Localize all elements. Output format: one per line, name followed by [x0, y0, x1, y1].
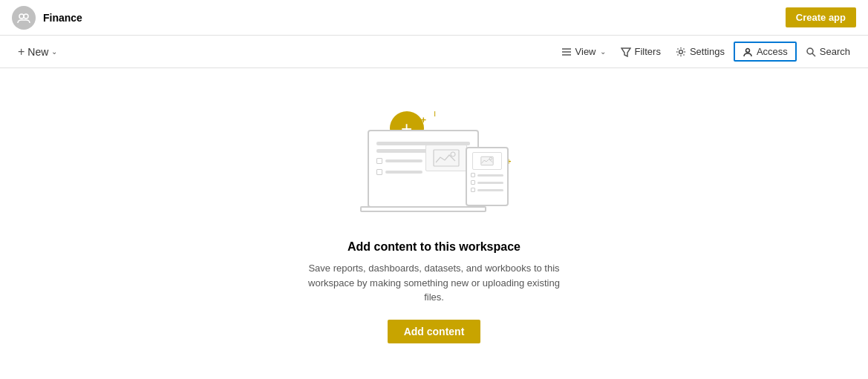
svg-point-1: [24, 14, 28, 19]
laptop-checkbox-2: [376, 169, 382, 175]
svg-point-0: [19, 14, 24, 19]
view-icon: [561, 47, 572, 57]
laptop-checkbox-1: [376, 158, 382, 164]
laptop-cb-line-2: [385, 171, 422, 174]
filter-icon: [621, 47, 631, 57]
toolbar-left: + New ⌄: [12, 42, 555, 62]
header: Finance Create app: [0, 0, 868, 36]
laptop-base: [360, 206, 486, 212]
tablet-line-1: [477, 174, 503, 177]
workspace-avatar: [12, 6, 36, 30]
view-label: View: [575, 46, 596, 57]
content-description: Save reports, dashboards, datasets, and …: [308, 261, 561, 305]
settings-label: Settings: [690, 46, 725, 57]
laptop-line-2: [376, 149, 433, 153]
tablet-line-3: [477, 189, 503, 191]
view-chevron-icon: ⌄: [600, 47, 606, 56]
svg-marker-5: [621, 48, 630, 56]
tablet-checkbox-3: [471, 188, 475, 192]
tablet-checkbox-1: [471, 173, 475, 177]
tablet-cb-row-2: [471, 180, 503, 185]
tablet-img-box: [472, 152, 502, 170]
new-button[interactable]: + New ⌄: [12, 42, 63, 62]
new-label: New: [27, 46, 48, 58]
svg-line-9: [812, 53, 815, 56]
tablet-cb-row-3: [471, 188, 503, 192]
chevron-down-icon: ⌄: [51, 47, 57, 56]
search-icon: [806, 47, 816, 57]
laptop-body: [368, 130, 479, 208]
tablet-lines: [467, 173, 507, 192]
content-title: Add content to this workspace: [347, 240, 521, 254]
tablet-cb-row-1: [471, 173, 503, 177]
add-content-button[interactable]: Add content: [388, 320, 481, 343]
main-content: + | + +: [0, 68, 868, 379]
laptop-img-area: [425, 145, 467, 171]
illustration: + | + +: [353, 104, 516, 223]
svg-point-7: [745, 48, 749, 52]
toolbar: + New ⌄ View ⌄ Filters Settings: [0, 36, 868, 68]
tablet-line-2: [477, 182, 503, 184]
access-label: Access: [757, 46, 788, 57]
laptop-cb-line-1: [385, 159, 422, 162]
deco-plus-2: |: [434, 110, 436, 116]
tablet-checkbox-2: [471, 180, 475, 185]
view-button[interactable]: View ⌄: [555, 43, 612, 60]
settings-button[interactable]: Settings: [670, 43, 731, 60]
svg-point-8: [807, 48, 813, 54]
plus-icon: +: [18, 45, 25, 59]
settings-icon: [676, 47, 686, 57]
workspace-title: Finance: [43, 12, 82, 24]
search-label: Search: [820, 46, 850, 57]
toolbar-right: View ⌄ Filters Settings Access: [555, 42, 856, 62]
tablet-body: [466, 147, 509, 206]
create-app-button[interactable]: Create app: [786, 7, 856, 27]
search-button[interactable]: Search: [800, 43, 856, 60]
person-icon: [743, 47, 753, 57]
access-button[interactable]: Access: [734, 42, 797, 62]
header-left: Finance: [12, 6, 786, 30]
filters-label: Filters: [635, 46, 661, 57]
filters-button[interactable]: Filters: [615, 43, 667, 60]
svg-point-6: [679, 50, 682, 53]
